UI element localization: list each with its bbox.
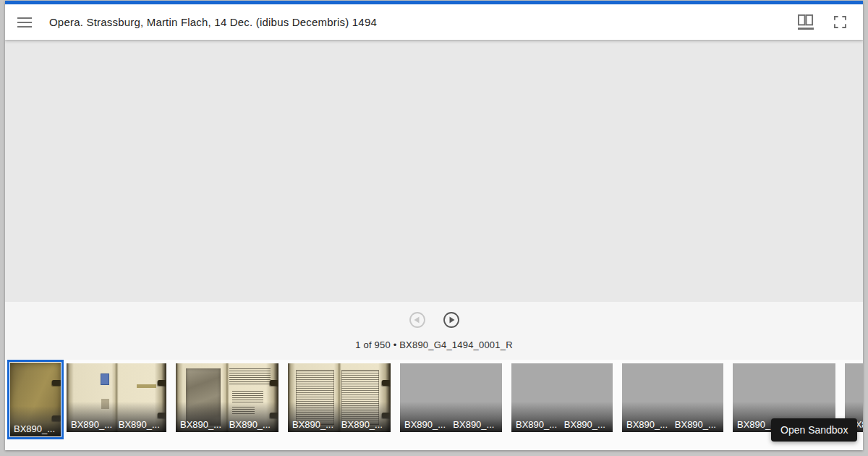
thumbnail-pages-2-3[interactable]: BX890_... BX890_... xyxy=(67,363,166,432)
thumbnail-label: BX890_... xyxy=(675,419,716,430)
thumbnail-label: BX890_... xyxy=(626,419,668,430)
menu-button[interactable] xyxy=(17,14,35,30)
book-view-icon xyxy=(797,14,815,30)
thumbnail-label: BX890_... xyxy=(516,419,557,430)
book-clasp xyxy=(382,380,391,386)
thumbnail-label: BX890_... xyxy=(292,419,333,430)
open-sandbox-button[interactable]: Open Sandbox xyxy=(771,418,857,442)
window-title: Opera. Strassburg, Martin Flach, 14 Dec.… xyxy=(49,16,377,28)
thumbnail-pages-12-13[interactable]: BX890_... BX890_... xyxy=(622,363,723,432)
next-page-button[interactable] xyxy=(443,311,460,329)
thumbnail-page-1[interactable]: BX890_... xyxy=(10,363,61,436)
book-clasp xyxy=(158,380,166,386)
window-views-button[interactable] xyxy=(795,12,817,33)
thumbnail-label: BX890_... xyxy=(71,419,112,430)
thumbnail-pages-6-7[interactable]: BX890_... BX890_... xyxy=(288,363,391,432)
book-clasp xyxy=(270,380,278,386)
ink-inscription xyxy=(137,384,156,388)
fullscreen-icon xyxy=(834,16,846,28)
thumbnail-pages-4-5[interactable]: BX890_... BX890_... xyxy=(176,363,278,432)
text-block xyxy=(229,368,271,387)
thumbnail-label: BX890_... xyxy=(119,419,160,430)
thumbnail-strip[interactable]: BX890_... BX890_... BX890_... BX890_... … xyxy=(5,360,863,450)
thumbnail-label: BX890_... xyxy=(453,419,494,430)
circle-arrow-right-icon xyxy=(443,311,460,329)
library-stamp xyxy=(101,373,109,385)
hamburger-menu-icon xyxy=(17,17,35,28)
page-navigation-controls xyxy=(409,311,460,329)
book-clasp xyxy=(52,380,61,386)
window-top-bar: Opera. Strassburg, Martin Flach, 14 Dec.… xyxy=(5,4,863,40)
thumbnail-label: BX890_... xyxy=(341,419,383,430)
circle-arrow-left-icon xyxy=(409,311,426,329)
thumbnail-label: BX890_... xyxy=(404,419,446,430)
thumbnail-label: BX890_... xyxy=(180,419,221,430)
thumbnail-selected-frame[interactable]: BX890_... xyxy=(7,360,64,439)
viewer-window: Opera. Strassburg, Martin Flach, 14 Dec.… xyxy=(5,1,863,450)
previous-page-button[interactable] xyxy=(409,311,426,329)
canvas-navigation-panel: 1 of 950 • BX890_G4_1494_0001_R xyxy=(5,302,863,360)
thumbnail-label: BX890_... xyxy=(564,419,605,430)
thumbnail-label: BX890_... xyxy=(14,423,55,434)
fullscreen-button[interactable] xyxy=(829,12,851,33)
thumbnail-pages-8-9[interactable]: BX890_... BX890_... xyxy=(400,363,502,432)
page-counter: 1 of 950 • BX890_G4_1494_0001_R xyxy=(355,339,512,350)
thumbnail-label: BX890_... xyxy=(229,419,271,430)
thumbnail-pages-10-11[interactable]: BX890_... BX890_... xyxy=(511,363,613,432)
canvas-area[interactable] xyxy=(5,40,863,302)
